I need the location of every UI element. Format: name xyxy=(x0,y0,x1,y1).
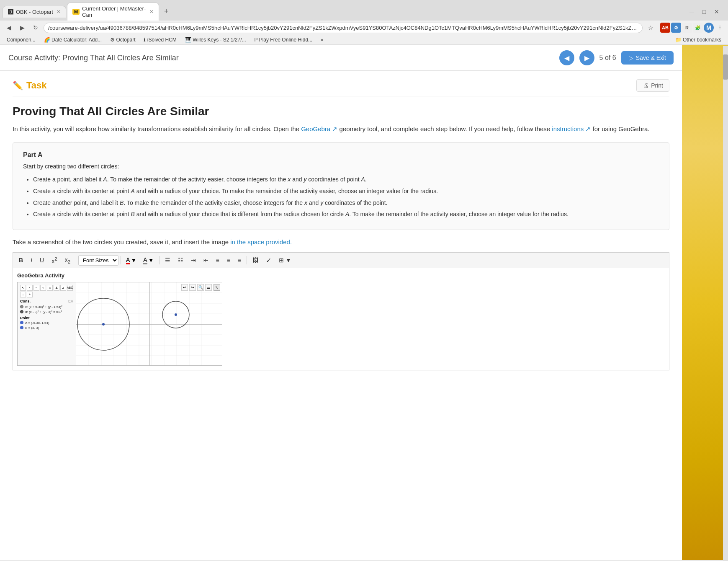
outdent-button[interactable]: ⇤ xyxy=(200,255,212,265)
toolbar-sep-4 xyxy=(247,256,247,264)
instructions-link[interactable]: instructions xyxy=(552,125,585,132)
scrollbar-track xyxy=(723,46,728,561)
ggb-point-section: Point xyxy=(20,315,73,320)
insert-image-button[interactable]: 🖼 xyxy=(249,255,262,265)
formula-button[interactable]: ✓ xyxy=(262,255,275,266)
indent-button[interactable]: ⇥ xyxy=(188,255,199,265)
pencil-icon: ✏️ xyxy=(13,80,23,90)
tab-close-mcmaster[interactable]: ✕ xyxy=(149,9,154,15)
geogebra-link[interactable]: GeoGebra xyxy=(301,125,332,132)
bookmark-willes[interactable]: 🎹 Willes Keys - S2 1/27/... xyxy=(182,36,250,44)
underline-button[interactable]: U xyxy=(36,255,47,265)
bookmark-star[interactable]: ☆ xyxy=(645,22,656,33)
new-tab-button[interactable]: + xyxy=(160,5,173,18)
bold-button[interactable]: B xyxy=(15,255,26,265)
bookmark-octopart[interactable]: ⚙ Octopart xyxy=(107,36,139,44)
geogebra-screenshot-area: GeoGebra Activity ↖ • → ○ ◇ ∡ xyxy=(13,268,669,370)
toolbar-sep-1 xyxy=(76,256,76,264)
ggb-sidebar: ↖ • → ○ ◇ ∡ ⊿ ABC ↕ + xyxy=(18,282,76,365)
scrollbar-thumb[interactable] xyxy=(723,54,728,80)
back-button[interactable]: ◀ xyxy=(3,22,14,33)
ggb-tool-4[interactable]: ◇ xyxy=(47,285,53,291)
ggb-expand-btn[interactable]: ⤡ xyxy=(214,284,220,291)
superscript-button[interactable]: x2 xyxy=(48,254,60,266)
profile-avatar[interactable]: M xyxy=(704,23,714,33)
align-left-button[interactable]: ≡ xyxy=(213,255,223,265)
ggb-tool-arrow[interactable]: ↖ xyxy=(20,285,26,291)
tab-mcmaster[interactable]: M Current Order | McMaster-Carr ✕ xyxy=(67,3,159,21)
save-exit-button[interactable]: ▷ Save & Exit xyxy=(621,51,674,65)
ext-link-icon-1: ↗ xyxy=(332,125,337,132)
unordered-list-button[interactable]: ☰ xyxy=(162,255,174,265)
undo-btn[interactable]: ↩ xyxy=(181,284,188,291)
table-button[interactable]: ⊞ ▼ xyxy=(275,255,295,265)
geogebra-container: ↖ • → ○ ◇ ∡ ⊿ ABC ↕ + xyxy=(17,282,222,366)
geogebra-activity-label: GeoGebra Activity xyxy=(17,272,665,279)
print-label: Print xyxy=(651,82,663,89)
menu-btn[interactable]: ⋮ xyxy=(715,23,725,33)
subscript-button[interactable]: x2 xyxy=(62,255,74,266)
forward-button[interactable]: ▶ xyxy=(17,22,28,33)
part-a-intro: Start by creating two different circles: xyxy=(23,163,659,170)
ggb-item-d: d: (x - 3)² + (y - 3)² = 61.² xyxy=(20,310,73,314)
page-wrapper: Course Activity: Proving That All Circle… xyxy=(0,45,728,560)
highlight-color-button[interactable]: A ▼ xyxy=(140,255,157,266)
save-exit-icon: ▷ xyxy=(629,54,633,61)
ext-icon-2[interactable]: R xyxy=(682,23,692,33)
zoom-btn[interactable]: 🔍 xyxy=(197,284,204,291)
ggb-point-label: Point xyxy=(20,316,30,320)
ggb-tool-5[interactable]: ∡ xyxy=(54,285,59,291)
ggb-item-a: A = (-5.38, 1.54) xyxy=(20,321,73,325)
bookmark-date-calc[interactable]: 🌈 Date Calculator: Add... xyxy=(41,36,105,44)
redo-btn[interactable]: ↪ xyxy=(189,284,196,291)
highlight-color-a: A xyxy=(143,256,147,264)
editor-content[interactable]: GeoGebra Activity ↖ • → ○ ◇ ∡ xyxy=(13,268,669,370)
ext-icon-abp[interactable]: AB xyxy=(660,23,670,33)
menu-ggb-btn[interactable]: ☰ xyxy=(205,284,212,291)
part-a-bullets: Create a point, and label it A. To make … xyxy=(23,175,659,220)
page-indicator: 5 of 6 xyxy=(599,54,616,62)
italic-button[interactable]: I xyxy=(27,255,36,265)
ggb-tool-8[interactable]: ↕ xyxy=(20,292,26,297)
next-page-button[interactable]: ▶ xyxy=(579,50,594,65)
bookmark-play-free[interactable]: P Play Free Online Hidd... xyxy=(251,36,316,44)
tab-close-obk[interactable]: ✕ xyxy=(57,9,61,15)
ggb-tool-6[interactable]: ⊿ xyxy=(60,285,66,291)
ggb-dot-a xyxy=(20,321,23,324)
other-bookmarks[interactable]: 📁 Other bookmarks xyxy=(672,36,725,44)
ggb-circle-d-label: d: (x - 3)² + (y - 3)² = 61.² xyxy=(25,310,62,314)
ggb-tool-1[interactable]: • xyxy=(27,285,33,291)
bookmark-more[interactable]: » xyxy=(317,36,327,44)
editor-toolbar: B I U x2 x2 Font Sizes 8 10 12 14 16 18 … xyxy=(13,252,669,268)
ggb-cons-label: Cons. xyxy=(20,299,31,303)
print-button[interactable]: 🖨 Print xyxy=(636,79,669,92)
font-color-button[interactable]: A ▼ xyxy=(123,255,139,266)
minimize-btn[interactable]: ─ xyxy=(686,6,697,17)
bookmark-isolved[interactable]: ℹ iSolved HCM xyxy=(140,36,180,44)
align-center-button[interactable]: ≡ xyxy=(224,255,234,265)
reload-button[interactable]: ↻ xyxy=(30,22,41,33)
extension-icons: AB ⚙ R 🧩 M ⋮ xyxy=(660,23,725,33)
align-right-button[interactable]: ≡ xyxy=(234,255,244,265)
close-window-btn[interactable]: ✕ xyxy=(711,6,722,17)
tab-obk[interactable]: 🅾 OBK - Octopart ✕ xyxy=(3,6,66,18)
address-bar[interactable]: /courseware-delivery/ua/49036788/8485975… xyxy=(44,23,643,33)
ggb-tool-3[interactable]: ○ xyxy=(40,285,46,291)
tab-label-mcmaster: Current Order | McMaster-Carr xyxy=(82,5,146,18)
task-label: ✏️ Task xyxy=(13,80,47,91)
ggb-tool-9[interactable]: + xyxy=(27,292,33,297)
ordered-list-button[interactable]: ☷ xyxy=(175,255,187,265)
ggb-tool-2[interactable]: → xyxy=(33,285,39,291)
bullet-3: Create another point, and label it B. To… xyxy=(33,198,659,208)
font-sizes-select[interactable]: Font Sizes 8 10 12 14 16 18 24 36 xyxy=(78,255,118,266)
prev-page-button[interactable]: ◀ xyxy=(559,50,574,65)
maximize-btn[interactable]: □ xyxy=(699,6,710,17)
ggb-tool-7[interactable]: ABC xyxy=(67,285,73,291)
ext-icon-puzzle[interactable]: 🧩 xyxy=(693,23,703,33)
ext-icon-1[interactable]: ⚙ xyxy=(671,23,681,33)
bookmark-componen[interactable]: Componen... xyxy=(3,36,39,44)
ggb-item-b: B = (3, 3) xyxy=(20,326,73,330)
content-area: Course Activity: Proving That All Circle… xyxy=(0,45,682,560)
tab-label-obk: OBK - Octopart xyxy=(16,9,53,15)
tab-icon-obk: 🅾 xyxy=(8,9,13,15)
